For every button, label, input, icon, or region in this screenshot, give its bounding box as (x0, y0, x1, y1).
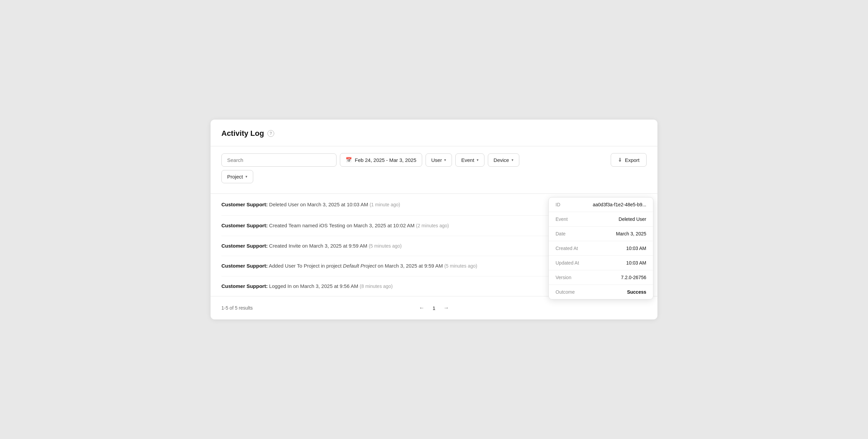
log-suffix: on March 3, 2025 at 9:56 AM (293, 283, 360, 289)
detail-row-date: Date March 3, 2025 (549, 227, 653, 241)
log-time-ago: (1 minute ago) (370, 202, 400, 207)
user-filter-label: User (431, 157, 442, 163)
project-filter-button[interactable]: Project ▾ (221, 170, 253, 183)
detail-version-label: Version (556, 275, 571, 280)
current-page: 1 (433, 305, 435, 311)
log-list: Customer Support: Deleted User on March … (211, 194, 657, 296)
detail-row-event: Event Deleted User (549, 212, 653, 227)
log-suffix: on March 3, 2025 at 9:59 AM (378, 263, 444, 269)
chevron-down-icon: ▾ (245, 174, 247, 179)
log-action: Created Invite (269, 243, 301, 249)
export-button[interactable]: ⇓ Export (611, 153, 647, 167)
detail-outcome-label: Outcome (556, 289, 575, 295)
log-action: Logged In (269, 283, 292, 289)
search-input[interactable] (221, 153, 337, 167)
results-count: 1-5 of 5 results (221, 305, 253, 311)
log-suffix: on March 3, 2025 at 10:02 AM (347, 223, 416, 228)
detail-updated-at-label: Updated At (556, 260, 579, 266)
log-time-ago: (2 minutes ago) (416, 223, 449, 228)
log-middle: named (302, 223, 319, 228)
filters-row-1: 📅 Feb 24, 2025 - Mar 3, 2025 User ▾ Even… (221, 153, 647, 167)
detail-row-id: ID aa0d3f3a-f1e2-48e5-b9... (549, 197, 653, 212)
user-filter-button[interactable]: User ▾ (426, 153, 452, 167)
log-actor: Customer Support: (221, 243, 268, 249)
detail-id-value: aa0d3f3a-f1e2-48e5-b9... (593, 202, 646, 207)
log-action: Created Team (269, 223, 301, 228)
chevron-down-icon: ▾ (477, 158, 479, 162)
log-actor: Customer Support: (221, 202, 268, 207)
detail-created-at-value: 10:03 AM (626, 246, 646, 251)
detail-row-updated-at: Updated At 10:03 AM (549, 256, 653, 270)
card-header: Activity Log ? (211, 120, 657, 146)
detail-outcome-value: Success (627, 289, 646, 295)
export-icon: ⇓ (618, 157, 622, 163)
event-filter-label: Event (461, 157, 474, 163)
log-time-ago: (5 minutes ago) (369, 243, 402, 249)
page-title: Activity Log (221, 129, 264, 138)
log-suffix: on March 3, 2025 at 10:03 AM (300, 202, 370, 207)
detail-version-value: 7.2.0-26756 (621, 275, 646, 280)
detail-row-created-at: Created At 10:03 AM (549, 241, 653, 256)
search-wrapper (221, 153, 337, 167)
log-target: iOS Testing (319, 223, 345, 228)
chevron-down-icon: ▾ (444, 158, 446, 162)
log-time-ago: (8 minutes ago) (360, 284, 393, 289)
chevron-down-icon: ▾ (512, 158, 514, 162)
export-label: Export (625, 157, 639, 163)
filters-row-2: Project ▾ (221, 170, 647, 183)
page-nav: ← 1 → (416, 302, 452, 313)
device-filter-button[interactable]: Device ▾ (488, 153, 519, 167)
log-time-ago: (5 minutes ago) (444, 263, 477, 269)
date-range-button[interactable]: 📅 Feb 24, 2025 - Mar 3, 2025 (340, 153, 422, 167)
detail-row-outcome: Outcome Success (549, 285, 653, 299)
detail-created-at-label: Created At (556, 246, 578, 251)
activity-log-card: Activity Log ? 📅 Feb 24, 2025 - Mar 3, 2… (211, 120, 657, 319)
event-filter-button[interactable]: Event ▾ (455, 153, 484, 167)
detail-date-label: Date (556, 231, 566, 236)
detail-event-label: Event (556, 216, 568, 222)
detail-updated-at-value: 10:03 AM (626, 260, 646, 266)
detail-event-value: Deleted User (619, 216, 646, 222)
project-filter-label: Project (227, 174, 243, 180)
log-actor: Customer Support: (221, 263, 268, 269)
log-action: Deleted User (269, 202, 299, 207)
detail-row-version: Version 7.2.0-26756 (549, 270, 653, 285)
filters-section: 📅 Feb 24, 2025 - Mar 3, 2025 User ▾ Even… (211, 146, 657, 194)
log-middle: in project (321, 263, 343, 269)
next-page-button[interactable]: → (441, 302, 452, 313)
calendar-icon: 📅 (346, 157, 352, 163)
detail-date-value: March 3, 2025 (616, 231, 647, 236)
detail-card: ID aa0d3f3a-f1e2-48e5-b9... Event Delete… (548, 197, 653, 299)
pagination: 1-5 of 5 results ← 1 → (211, 296, 657, 319)
log-actor: Customer Support: (221, 283, 268, 289)
log-actor: Customer Support: (221, 223, 268, 228)
prev-page-button[interactable]: ← (416, 302, 427, 313)
date-range-label: Feb 24, 2025 - Mar 3, 2025 (355, 157, 416, 163)
device-filter-label: Device (494, 157, 509, 163)
log-suffix: on March 3, 2025 at 9:59 AM (302, 243, 369, 249)
log-target: Default Project (343, 263, 376, 269)
detail-id-label: ID (556, 202, 560, 207)
log-item: Customer Support: Deleted User on March … (221, 194, 647, 216)
help-icon[interactable]: ? (267, 130, 274, 137)
log-action: Added User To Project (269, 263, 320, 269)
